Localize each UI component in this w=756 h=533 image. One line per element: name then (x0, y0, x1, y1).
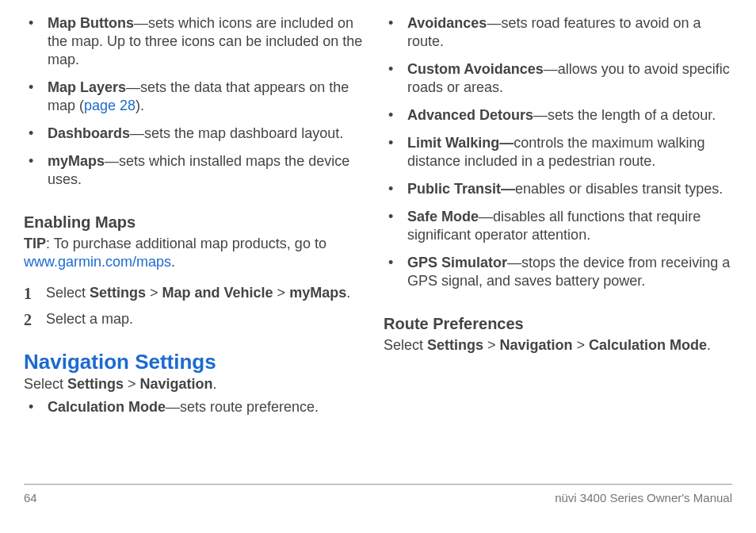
step-item: Select a map. (24, 310, 372, 328)
manual-title: nüvi 3400 Series Owner's Manual (555, 491, 732, 504)
heading-navigation-settings: Navigation Settings (24, 349, 372, 375)
list-item: GPS Simulator—stops the device from rece… (384, 254, 732, 290)
term: Calculation Mode (48, 399, 166, 415)
step-b1: Settings (90, 285, 146, 301)
term: Map Buttons (48, 15, 134, 31)
tip-label: TIP (24, 236, 46, 251)
term: Avoidances (407, 15, 487, 31)
select-b2: Navigation (500, 337, 573, 353)
desc: —sets the map dashboard layout. (130, 125, 343, 141)
step-b2: Map and Vehicle (162, 285, 273, 301)
term: Advanced Detours (407, 107, 533, 123)
list-item: Custom Avoidances—allows you to avoid sp… (384, 60, 732, 97)
page-body: Map Buttons—sets which icons are include… (0, 0, 756, 484)
select-line: Select Settings > Navigation > Calculati… (384, 336, 732, 355)
select-m2: > (573, 337, 590, 353)
term: Limit Walking— (407, 135, 514, 151)
step-m2: > (273, 285, 290, 301)
subheading-enabling-maps: Enabling Maps (24, 213, 372, 233)
list-item: Safe Mode—disables all functions that re… (384, 208, 732, 244)
list-item: myMaps—sets which installed maps the dev… (24, 152, 372, 189)
term: Dashboards (48, 125, 130, 141)
term: Map Layers (48, 79, 126, 95)
term: GPS Simulator (407, 255, 507, 270)
term: myMaps (48, 153, 105, 169)
desc: enables or disables transit types. (515, 181, 723, 197)
select-m1: > (124, 376, 140, 392)
select-line: Select Settings > Navigation. (24, 375, 372, 393)
footer-line: 64 nüvi 3400 Series Owner's Manual (24, 484, 732, 504)
subheading-route-preferences: Route Preferences (384, 314, 732, 335)
select-post: . (707, 337, 711, 353)
left-bullets-2: Calculation Mode—sets route preference. (24, 398, 372, 426)
left-column: Map Buttons—sets which icons are include… (24, 14, 372, 477)
desc: —sets route preference. (166, 399, 319, 415)
list-item: Map Buttons—sets which icons are include… (24, 14, 372, 69)
step-plain: Select a map. (46, 311, 133, 327)
step-m1: > (146, 285, 162, 301)
enabling-maps-steps: Select Settings > Map and Vehicle > myMa… (24, 284, 372, 336)
list-item: Map Layers—sets the data that appears on… (24, 79, 372, 115)
right-column: Avoidances—sets road features to avoid o… (384, 14, 732, 477)
list-item: Advanced Detours—sets the length of a de… (384, 106, 732, 125)
select-post: . (213, 376, 217, 392)
step-item: Select Settings > Map and Vehicle > myMa… (24, 284, 372, 302)
left-bullets-1: Map Buttons—sets which icons are include… (24, 14, 372, 198)
tip-body-after: . (171, 254, 175, 270)
list-item: Public Transit—enables or disables trans… (384, 180, 732, 198)
select-m1: > (483, 337, 500, 353)
page-number: 64 (24, 491, 37, 504)
page-link[interactable]: page 28 (84, 98, 136, 113)
right-bullets: Avoidances—sets road features to avoid o… (384, 14, 732, 300)
select-b2: Navigation (140, 376, 213, 392)
select-b1: Settings (427, 337, 483, 353)
select-b3: Calculation Mode (589, 337, 707, 353)
desc-after: ). (136, 98, 144, 113)
step-pre: Select (46, 285, 90, 301)
page-footer: 64 nüvi 3400 Series Owner's Manual (0, 484, 756, 504)
term: Public Transit— (407, 181, 515, 197)
tip-link[interactable]: www.garmin.com/maps (24, 254, 171, 270)
step-b3: myMaps (289, 285, 346, 301)
select-pre: Select (24, 376, 67, 392)
list-item: Limit Walking—controls the maximum walki… (384, 134, 732, 171)
desc: —sets the length of a detour. (533, 107, 716, 123)
term: Custom Avoidances (407, 61, 544, 77)
list-item: Dashboards—sets the map dashboard layout… (24, 125, 372, 143)
list-item: Calculation Mode—sets route preference. (24, 398, 372, 416)
tip-body-before: : To purchase additional map products, g… (46, 236, 326, 251)
tip-paragraph: TIP: To purchase additional map products… (24, 235, 372, 271)
term: Safe Mode (407, 209, 479, 224)
list-item: Avoidances—sets road features to avoid o… (384, 14, 732, 51)
step-post: . (346, 285, 350, 301)
select-pre: Select (384, 337, 427, 353)
select-b1: Settings (67, 376, 124, 392)
